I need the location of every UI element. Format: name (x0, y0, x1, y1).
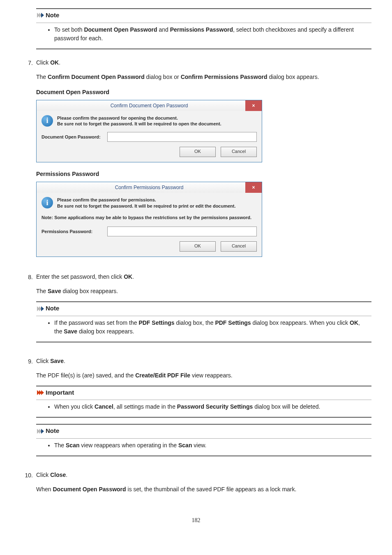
confirm-document-open-password-dialog: Confirm Document Open Password × i Pleas… (36, 100, 262, 163)
dialog-title: Confirm Permissions Password × (37, 182, 262, 193)
step-text: The Confirm Document Open Password dialo… (36, 73, 371, 81)
ok-button[interactable]: OK (180, 241, 216, 252)
page-number: 182 (21, 516, 371, 525)
step-instruction: Click OK. (36, 58, 371, 67)
close-icon[interactable]: × (245, 100, 262, 111)
dialog-title: Confirm Document Open Password × (37, 100, 262, 111)
note-title: Note (46, 426, 59, 436)
step-text: The PDF file(s) is (are) saved, and the … (36, 371, 371, 380)
note-block: Note To set both Document Open Password … (36, 8, 371, 49)
step-number: 9. (21, 357, 36, 462)
cancel-button[interactable]: Cancel (221, 241, 257, 252)
close-icon[interactable]: × (245, 182, 262, 193)
note-chevrons-icon (37, 306, 43, 311)
note-text: If the password was set from the PDF Set… (54, 319, 367, 336)
important-block: Important When you click Cancel, all set… (36, 386, 371, 418)
step-instruction: Click Save. (36, 357, 371, 365)
permissions-pw-heading: Permissions Password (36, 170, 371, 178)
note-title: Note (46, 304, 59, 313)
doc-open-pw-input[interactable] (107, 132, 257, 142)
note-block: Note If the password was set from the PD… (36, 301, 371, 342)
important-chevrons-icon (37, 390, 43, 395)
info-icon: i (42, 115, 53, 127)
doc-open-pw-label: Document Open Password: (42, 134, 107, 141)
important-text: When you click Cancel, all settings made… (54, 402, 367, 411)
step-text: When Document Open Password is set, the … (36, 485, 371, 494)
confirm-permissions-password-dialog: Confirm Permissions Password × i Please … (36, 182, 262, 257)
dialog-message: Please confirm the password for permissi… (57, 197, 236, 209)
step-number: 8. (21, 273, 36, 349)
note-text: To set both Document Open Password and P… (54, 25, 367, 43)
doc-open-pw-heading: Document Open Password (36, 88, 371, 97)
step-instruction: Click Close. (36, 471, 371, 479)
note-block: Note The Scan view reappears when operat… (36, 424, 371, 456)
permissions-pw-input[interactable] (107, 227, 257, 236)
step-text: The Save dialog box reappears. (36, 287, 371, 296)
cancel-button[interactable]: Cancel (221, 147, 257, 157)
note-title: Note (46, 11, 59, 20)
ok-button[interactable]: OK (180, 147, 216, 157)
note-text: The Scan view reappears when operating i… (54, 441, 367, 450)
step-instruction: Enter the set password, then click OK. (36, 273, 371, 281)
note-chevrons-icon (37, 13, 43, 18)
important-title: Important (46, 388, 74, 398)
info-icon: i (42, 197, 53, 208)
permissions-pw-label: Permissions Password: (42, 228, 107, 235)
step-number: 7. (21, 58, 36, 265)
dialog-message: Please confirm the password for opening … (57, 115, 221, 127)
note-chevrons-icon (37, 429, 43, 434)
step-number: 10. (21, 471, 36, 500)
dialog-note: Note: Some applications may be able to b… (42, 214, 257, 221)
